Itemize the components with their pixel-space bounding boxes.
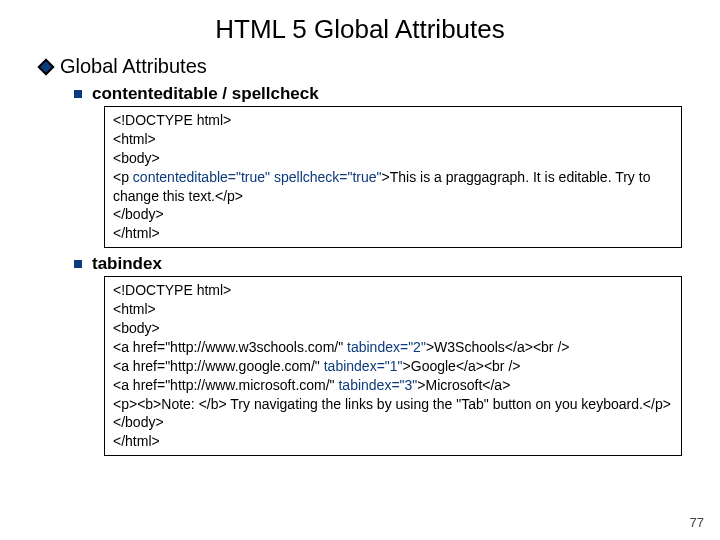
item-heading-1: tabindex (92, 254, 162, 274)
code-box-0: <!DOCTYPE html><html><body><p contentedi… (104, 106, 682, 248)
diamond-bullet-icon (38, 58, 55, 75)
section-heading: Global Attributes (60, 55, 207, 78)
item-heading-0: contenteditable / spellcheck (92, 84, 319, 104)
section-row: Global Attributes (40, 55, 692, 78)
square-bullet-icon (74, 90, 82, 98)
page-number: 77 (690, 515, 704, 530)
square-bullet-icon (74, 260, 82, 268)
code-box-1: <!DOCTYPE html><html><body><a href="http… (104, 276, 682, 456)
slide-title: HTML 5 Global Attributes (0, 14, 720, 45)
content-area: Global Attributes contenteditable / spel… (0, 55, 720, 456)
item-row-1: tabindex (74, 254, 692, 274)
item-row-0: contenteditable / spellcheck (74, 84, 692, 104)
